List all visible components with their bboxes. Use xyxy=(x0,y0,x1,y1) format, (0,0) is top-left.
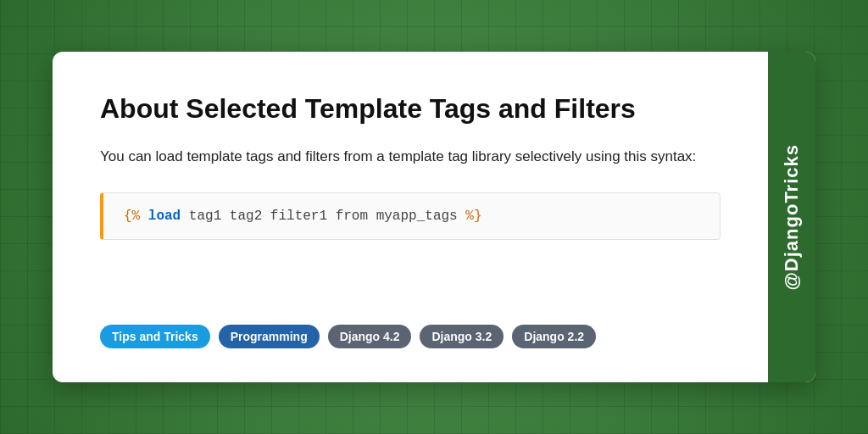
code-body: tag1 tag2 filter1 from myapp_tags xyxy=(189,209,465,224)
tag-django-2.2[interactable]: Django 2.2 xyxy=(512,325,596,348)
tags-row: Tips and TricksProgrammingDjango 4.2Djan… xyxy=(100,325,721,348)
page-title: About Selected Template Tags and Filters xyxy=(100,92,721,125)
page-description: You can load template tags and filters f… xyxy=(100,145,721,168)
card-sidebar: @DjangoTricks xyxy=(768,52,815,382)
code-block: {% load tag1 tag2 filter1 from myapp_tag… xyxy=(100,192,721,240)
tag-programming[interactable]: Programming xyxy=(219,325,320,348)
sidebar-text: @DjangoTricks xyxy=(781,144,803,291)
tag-django-3.2[interactable]: Django 3.2 xyxy=(420,325,504,348)
card: About Selected Template Tags and Filters… xyxy=(53,52,815,382)
code-keyword-load: load xyxy=(148,209,181,224)
tag-django-4.2[interactable]: Django 4.2 xyxy=(328,325,412,348)
code-open-brace: {% xyxy=(124,209,140,224)
tag-tips-and-tricks[interactable]: Tips and Tricks xyxy=(100,325,210,348)
code-close-brace: %} xyxy=(465,209,481,224)
card-main: About Selected Template Tags and Filters… xyxy=(53,52,768,382)
